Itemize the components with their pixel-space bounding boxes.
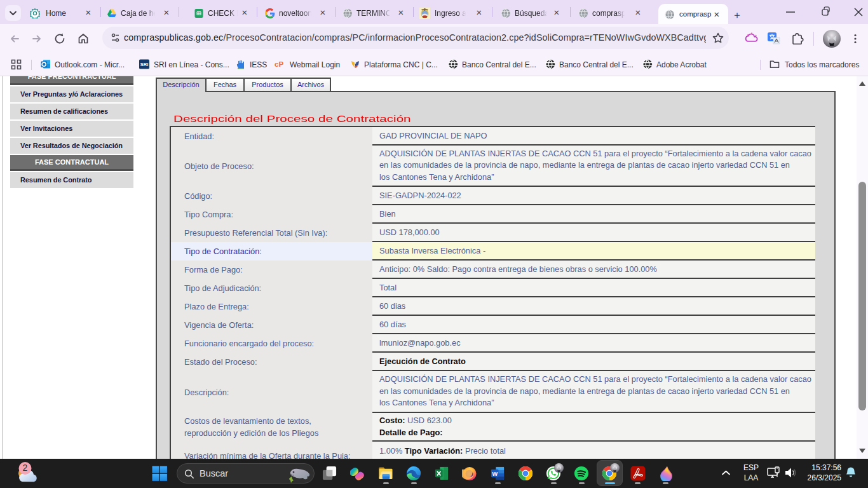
svg-text:2: 2 <box>23 463 28 473</box>
svg-text:cP: cP <box>275 60 283 68</box>
svg-text:SRI: SRI <box>140 62 149 67</box>
svg-text:W: W <box>492 471 498 477</box>
